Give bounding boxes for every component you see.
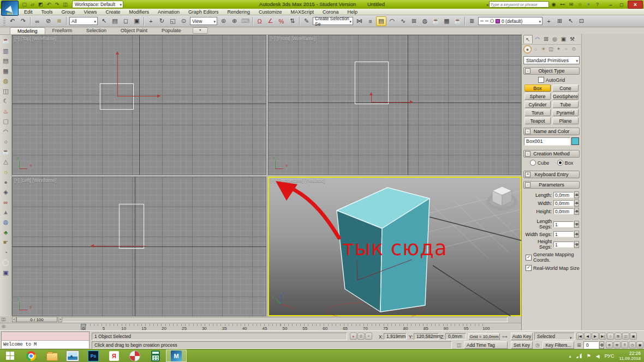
primitive-button-box[interactable]: Box [524, 85, 551, 92]
tray-expand-icon[interactable] [569, 353, 571, 359]
project-folder-icon[interactable]: ◫ [62, 1, 69, 8]
curve-editor-icon[interactable]: ∿ [398, 16, 408, 26]
sun-icon[interactable]: ☼ [1, 167, 11, 177]
plant-icon[interactable]: ♣ [1, 228, 11, 237]
image-icon[interactable]: ▥ [1, 46, 11, 56]
z-coordinate-field[interactable]: 0,0mm [445, 333, 466, 340]
rollout-name-and-color[interactable]: - Name and Color [523, 128, 580, 135]
dark-sphere-icon[interactable]: ● [1, 177, 11, 186]
action-center-flag-icon[interactable] [587, 353, 591, 359]
select-and-link-icon[interactable]: ∞ [32, 16, 43, 26]
cone-primitive-icon[interactable]: △ [1, 157, 11, 166]
width-field[interactable]: 0,0mm [553, 200, 574, 206]
workspace-dropdown[interactable]: Workspace: Default [72, 1, 123, 8]
object-color-swatch[interactable] [571, 137, 579, 145]
ribbon-tab-object-paint[interactable]: Object Paint [114, 27, 154, 34]
undo-icon[interactable]: ↶ [7, 16, 17, 26]
zoom-all-icon[interactable]: ⊞ [613, 341, 621, 348]
named-selection-sets-combo[interactable]: Create Selection Se [313, 17, 353, 25]
rect-selection-region-icon[interactable]: ◻ [121, 16, 131, 26]
taskbar-chrome[interactable] [21, 349, 41, 362]
add-time-tag[interactable]: Add Time Tag [464, 341, 508, 349]
menu-modifiers[interactable]: Modifiers [124, 9, 153, 15]
viewcube[interactable] [488, 186, 516, 209]
viewport-front-label[interactable]: [+] [Front] [Wireframe] [270, 36, 315, 41]
undo-icon[interactable]: ↶ [45, 1, 52, 8]
clipboard-icon[interactable]: ▣ [1, 268, 11, 277]
add-selection-to-layer-icon[interactable]: ⊞ [554, 16, 565, 26]
ribbon-tab-modeling[interactable]: Modeling [10, 27, 45, 34]
set-key-button[interactable]: Set Key [511, 341, 533, 349]
lightbulb-icon[interactable]: ◍ [1, 76, 11, 86]
machine-icon[interactable]: ♨ [1, 107, 11, 116]
length-field[interactable]: 0,0mm [553, 192, 574, 198]
listener-macro-pane[interactable] [2, 332, 89, 341]
camera-icon[interactable]: ◫ [1, 87, 11, 96]
primitive-button-cone[interactable]: Cone [552, 85, 579, 92]
new-scene-icon[interactable]: ▢ [21, 1, 28, 8]
time-slider-track[interactable] [12, 317, 508, 322]
generate-mapping-checkbox[interactable]: ✓ [526, 255, 532, 261]
dumbbell-icon[interactable]: ∞ [1, 197, 11, 207]
utilities-tab-icon[interactable]: ⚒ [568, 35, 576, 43]
toolbar-grip[interactable] [3, 17, 5, 26]
menu-create[interactable]: Create [101, 9, 124, 15]
orbit-icon[interactable]: ◷ [629, 341, 636, 348]
select-and-rotate-icon[interactable]: ↻ [157, 16, 167, 26]
frame-spinner[interactable] [599, 341, 604, 349]
go-to-start-icon[interactable]: |◀ [576, 333, 583, 340]
select-and-manipulate-icon[interactable]: ⊕ [229, 16, 240, 26]
diamond-pattern-icon[interactable]: ◈ [1, 188, 11, 197]
ribbon-tab-populate[interactable]: Populate [154, 27, 188, 34]
mini-curve-editor-icon[interactable]: ◎ [1, 324, 6, 329]
select-object-icon[interactable]: ↖ [99, 16, 109, 26]
viewport-front[interactable]: [+] [Front] [Wireframe] zx [268, 35, 521, 175]
taskbar-3dsmax-active[interactable]: M [166, 349, 187, 362]
layer-dropdown[interactable]: 0 (default) [478, 17, 542, 25]
object-name-field[interactable]: Box001 [524, 137, 570, 146]
render-setup-icon[interactable]: ☕ [431, 16, 441, 26]
open-file-icon[interactable]: ▱ [29, 1, 36, 8]
zoom-extents-icon[interactable]: ‼ [621, 341, 628, 348]
material-editor-icon[interactable]: ◍ [420, 16, 430, 26]
width-segs-field[interactable]: 1 [553, 231, 574, 237]
menu-help[interactable]: Help [343, 9, 362, 15]
rollout-parameters[interactable]: - Parameters [523, 181, 580, 189]
layout-grid-icon[interactable]: ⊞ [615, 333, 622, 340]
create-tab-icon[interactable]: ↖ [523, 35, 533, 44]
calculator-icon[interactable]: ▦ [1, 67, 11, 76]
helpers-icon[interactable]: ⌖ [555, 45, 562, 52]
pan-icon[interactable]: ▣ [636, 341, 643, 348]
edit-named-selections-icon[interactable]: ✎ [301, 16, 312, 26]
selection-filter-dropdown[interactable]: All [69, 17, 98, 25]
menu-corona[interactable]: Corona [318, 9, 343, 15]
dome-primitive-icon[interactable]: ◠ [1, 127, 11, 136]
length-spinner[interactable] [574, 191, 579, 198]
ribbon-tab-selection[interactable]: Selection [79, 27, 114, 34]
height-segs-spinner[interactable] [574, 241, 579, 248]
next-frame-icon[interactable]: ▶| [599, 333, 606, 340]
key-mode-icon[interactable]: ○ [607, 333, 614, 340]
ribbon-minimize-button[interactable]: ▾ [193, 27, 208, 34]
redo-icon[interactable]: ↷ [53, 1, 61, 8]
window-crossing-icon[interactable]: ▣ [132, 16, 142, 26]
creation-method-box[interactable]: Box [557, 160, 574, 166]
selection-lock-icon[interactable]: Ω [357, 333, 365, 340]
menu-views[interactable]: Views [80, 9, 102, 15]
shapes-icon[interactable]: ◌ [532, 45, 539, 52]
percent-snap-icon[interactable]: % [276, 16, 287, 26]
primitive-button-sphere[interactable]: Sphere [524, 93, 551, 100]
redo-icon[interactable]: ↷ [18, 16, 28, 26]
set-key-icon[interactable] [501, 333, 509, 340]
teapot-primitive-icon[interactable]: ☕ [1, 147, 11, 156]
previous-frame-button[interactable]: < [12, 317, 16, 322]
infocenter-search-icon[interactable]: ◉ [550, 1, 557, 8]
taskbar-calculator[interactable] [145, 349, 166, 362]
search-input[interactable] [489, 1, 549, 8]
restore-button[interactable] [617, 1, 627, 8]
mirror-icon[interactable]: ⋈ [354, 16, 365, 26]
selection-set-dropdown[interactable]: Selected [534, 333, 575, 340]
keyboard-override-icon[interactable]: ⌨ [240, 16, 251, 26]
taskbar-photos[interactable] [62, 349, 83, 362]
select-objects-in-layer-icon[interactable]: ↖ [565, 16, 576, 26]
